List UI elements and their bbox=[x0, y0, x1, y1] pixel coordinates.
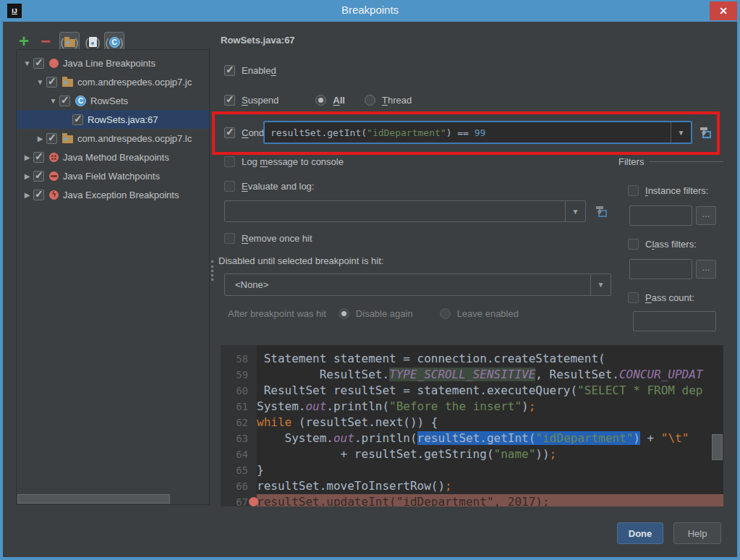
suspend-all-label: All bbox=[333, 95, 345, 106]
chevron-collapsed-icon[interactable]: ▶ bbox=[34, 135, 46, 143]
class-filters-label: Class filters: bbox=[645, 239, 697, 250]
chevron-expanded-icon[interactable]: ▼ bbox=[34, 78, 46, 86]
close-icon[interactable]: ✕ bbox=[710, 1, 737, 20]
tree-item-label: RowSets bbox=[90, 96, 128, 106]
class-filters-input[interactable] bbox=[629, 259, 692, 279]
line-number[interactable]: 67 bbox=[221, 494, 257, 506]
dialog-title: Breakpoints bbox=[0, 4, 740, 16]
pass-count-checkbox[interactable] bbox=[628, 292, 639, 303]
tree-item-checkbox[interactable] bbox=[33, 58, 44, 69]
line-number[interactable]: 66 bbox=[221, 478, 257, 494]
line-number[interactable]: 58 bbox=[221, 351, 257, 367]
suspend-all-radio[interactable] bbox=[315, 95, 326, 106]
field-watchpoint-icon bbox=[49, 171, 59, 181]
remove-breakpoint-button[interactable]: − bbox=[41, 33, 51, 49]
instance-filters-more-button[interactable]: ... bbox=[696, 206, 716, 225]
expand-editor-icon[interactable] bbox=[696, 123, 715, 142]
instance-filters-label: Instance filters: bbox=[645, 185, 708, 196]
condition-checkbox[interactable] bbox=[224, 127, 235, 138]
disable-again-label: Disable again bbox=[356, 308, 413, 319]
line-number[interactable]: 62 bbox=[221, 415, 257, 430]
remove-once-hit-checkbox[interactable] bbox=[224, 233, 235, 244]
tree-item-checkbox[interactable] bbox=[59, 96, 70, 106]
tree-item-checkbox[interactable] bbox=[33, 171, 44, 182]
tree-item[interactable]: ▶Java Exception Breakpoints bbox=[17, 185, 209, 204]
tree-horizontal-scrollbar[interactable] bbox=[17, 494, 170, 504]
tree-item[interactable]: ▼com.andrespedes.ocpjp7.jc bbox=[17, 72, 209, 91]
splitter-handle[interactable] bbox=[211, 260, 213, 281]
code-text: } bbox=[257, 462, 723, 478]
suspend-label: Suspend bbox=[242, 95, 278, 106]
code-line: 59 ResultSet.TYPE_SCROLL_SENSITIVE, Resu… bbox=[221, 367, 723, 383]
breakpoint-dot-icon[interactable] bbox=[249, 497, 258, 506]
condition-value[interactable]: resultSet.getInt("idDepartment") == 99 bbox=[265, 127, 671, 138]
tree-item-label: RowSets.java:67 bbox=[88, 114, 158, 125]
chevron-down-icon[interactable]: ▼ bbox=[590, 274, 611, 295]
pass-count-input[interactable] bbox=[633, 311, 716, 331]
add-breakpoint-button[interactable]: + bbox=[19, 33, 29, 49]
tree-item-checkbox[interactable] bbox=[72, 114, 83, 125]
disabled-until-label: Disabled until selected breakpoint is hi… bbox=[218, 255, 383, 266]
tree-item[interactable]: ▶Java Method Breakpoints bbox=[17, 148, 209, 166]
help-button[interactable]: Help bbox=[673, 522, 721, 544]
code-vertical-scrollbar[interactable] bbox=[712, 434, 723, 460]
package-icon bbox=[62, 79, 73, 87]
tree-item-label: Java Method Breakpoints bbox=[63, 152, 169, 163]
code-text: while (resultSet.next()) { bbox=[257, 415, 723, 430]
chevron-down-icon[interactable]: ▼ bbox=[565, 201, 585, 221]
tree-item[interactable]: ▶com.andrespedes.ocpjp7.lc bbox=[17, 129, 209, 148]
chevron-collapsed-icon[interactable]: ▶ bbox=[21, 153, 33, 161]
leave-enabled-label: Leave enabled bbox=[457, 308, 519, 319]
expand-editor-icon[interactable] bbox=[592, 202, 611, 221]
breakpoints-tree: ▼Java Line Breakpoints▼com.andrespedes.o… bbox=[16, 49, 210, 505]
class-filters-checkbox[interactable] bbox=[628, 239, 639, 250]
chevron-collapsed-icon[interactable]: ▶ bbox=[21, 172, 33, 180]
enabled-checkbox[interactable] bbox=[224, 65, 235, 76]
class-filters-more-button[interactable]: ... bbox=[696, 260, 716, 279]
chevron-expanded-icon[interactable]: ▼ bbox=[47, 97, 59, 105]
suspend-thread-radio[interactable] bbox=[365, 95, 375, 106]
tree-item-label: Java Line Breakpoints bbox=[63, 58, 156, 69]
method-breakpoint-icon bbox=[49, 153, 59, 162]
leave-enabled-radio[interactable] bbox=[440, 308, 451, 319]
disabled-until-value[interactable]: <None> bbox=[225, 279, 590, 290]
tree-item-label: Java Exception Breakpoints bbox=[63, 190, 179, 200]
code-preview: 58 Statement statement = connection.crea… bbox=[221, 345, 723, 506]
tree-item[interactable]: ▶Java Field Watchpoints bbox=[17, 166, 209, 185]
code-text: resultSet.moveToInsertRow(); bbox=[257, 478, 723, 494]
log-message-checkbox[interactable] bbox=[224, 156, 235, 167]
tree-item-checkbox[interactable] bbox=[33, 190, 44, 200]
evaluate-combobox[interactable]: ▼ bbox=[224, 200, 586, 222]
line-number[interactable]: 60 bbox=[221, 383, 257, 399]
disable-again-radio[interactable] bbox=[339, 308, 349, 319]
code-line: 63 System.out.println(resultSet.getInt("… bbox=[221, 430, 723, 446]
code-line: 58 Statement statement = connection.crea… bbox=[221, 351, 723, 367]
line-number[interactable]: 64 bbox=[221, 446, 257, 462]
tree-item-checkbox[interactable] bbox=[46, 77, 57, 88]
disabled-until-combobox[interactable]: <None> ▼ bbox=[224, 273, 611, 296]
evaluate-and-log-checkbox[interactable] bbox=[224, 181, 235, 192]
remove-once-hit-label: Remove once hit bbox=[242, 233, 312, 244]
tree-item[interactable]: ▼Java Line Breakpoints bbox=[17, 54, 209, 72]
tree-item-checkbox[interactable] bbox=[46, 133, 57, 144]
chevron-down-icon[interactable]: ▼ bbox=[671, 122, 691, 143]
chevron-expanded-icon[interactable]: ▼ bbox=[21, 59, 33, 67]
code-line: 60 ResultSet resultSet = statement.execu… bbox=[221, 383, 723, 399]
tree-item[interactable]: ▼CRowSets bbox=[17, 91, 209, 110]
tree-item[interactable]: RowSets.java:67 bbox=[17, 110, 209, 129]
code-text: System.out.println(resultSet.getInt("idD… bbox=[257, 430, 723, 446]
line-number[interactable]: 63 bbox=[221, 430, 257, 446]
class-icon: C bbox=[75, 96, 86, 106]
suspend-checkbox[interactable] bbox=[224, 95, 235, 106]
line-number[interactable]: 59 bbox=[221, 367, 257, 383]
code-line: 62while (resultSet.next()) { bbox=[221, 415, 723, 430]
done-button[interactable]: Done bbox=[617, 522, 663, 544]
instance-filters-input[interactable] bbox=[629, 205, 692, 226]
line-number[interactable]: 65 bbox=[221, 462, 257, 478]
instance-filters-checkbox[interactable] bbox=[628, 185, 639, 196]
line-number[interactable]: 61 bbox=[221, 399, 257, 415]
chevron-collapsed-icon[interactable]: ▶ bbox=[21, 191, 33, 199]
condition-combobox[interactable]: resultSet.getInt("idDepartment") == 99 ▼ bbox=[263, 121, 692, 144]
tree-item-checkbox[interactable] bbox=[33, 152, 44, 163]
exception-breakpoint-icon bbox=[49, 190, 59, 200]
